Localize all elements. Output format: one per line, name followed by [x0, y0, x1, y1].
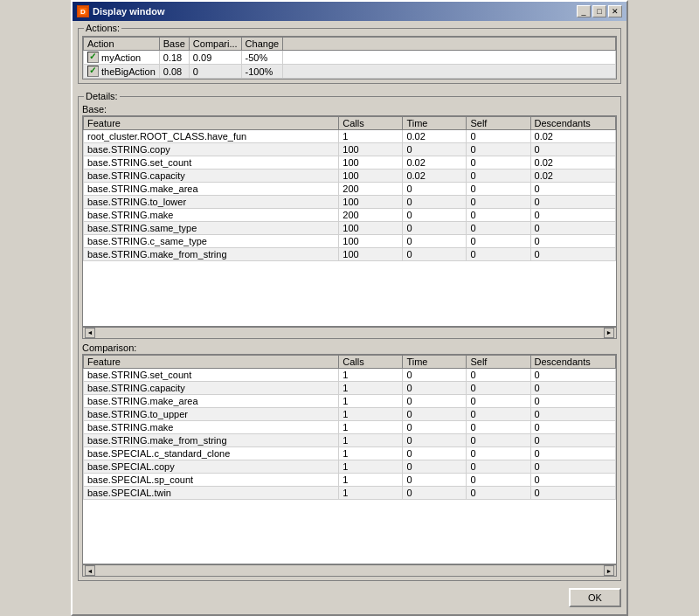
base-horizontal-scrollbar[interactable]: ◄ ► — [82, 327, 617, 339]
comp-calls-cell: 1 — [339, 433, 403, 446]
comparison-table-row[interactable]: base.STRING.make 1 0 0 0 — [84, 420, 616, 433]
base-time-cell: 0 — [403, 183, 467, 196]
base-scroll-right[interactable]: ► — [604, 328, 614, 338]
base-table-row[interactable]: root_cluster.ROOT_CLASS.have_fun 1 0.02 … — [84, 130, 616, 143]
base-time-cell: 0 — [403, 222, 467, 235]
comparison-table-row[interactable]: base.SPECIAL.copy 1 0 0 0 — [84, 460, 616, 473]
comp-scroll-right[interactable]: ► — [604, 565, 614, 576]
window-controls: _ □ ✕ — [577, 5, 622, 17]
actions-row[interactable]: ✓ myAction 0.18 0.09 -50% — [84, 51, 616, 65]
comp-col-descendants: Descendants — [530, 355, 615, 368]
base-descendants-cell: 0 — [530, 209, 615, 222]
base-table-row[interactable]: base.STRING.capacity 100 0.02 0 0.02 — [84, 170, 616, 183]
actions-row[interactable]: ✓ theBigAction 0.08 0 -100% — [84, 65, 616, 79]
comp-descendants-cell: 0 — [530, 460, 615, 473]
comp-descendants-cell: 0 — [530, 486, 615, 499]
base-calls-cell: 100 — [339, 222, 403, 235]
base-calls-cell: 100 — [339, 170, 403, 183]
base-feature-cell: base.STRING.make_from_string — [84, 248, 339, 261]
comp-feature-cell: base.SPECIAL.copy — [84, 460, 339, 473]
spacer1 — [78, 87, 621, 93]
comp-time-cell: 0 — [403, 473, 467, 486]
base-scroll-left[interactable]: ◄ — [85, 328, 95, 338]
comp-self-cell: 0 — [467, 407, 530, 420]
comparison-table-scroll[interactable]: Feature Calls Time Self Descendants base… — [82, 354, 617, 565]
base-calls-cell: 100 — [339, 196, 403, 209]
comp-time-cell: 0 — [403, 486, 467, 499]
base-table-scroll[interactable]: Feature Calls Time Self Descendants root… — [82, 115, 617, 327]
window-title: Display window — [93, 6, 165, 17]
ok-button[interactable]: OK — [569, 588, 621, 607]
comp-col-feature: Feature — [84, 355, 339, 368]
base-time-cell: 0 — [403, 209, 467, 222]
comp-calls-cell: 1 — [339, 394, 403, 407]
base-feature-cell: base.STRING.capacity — [84, 170, 339, 183]
action-comparison-cell: 0 — [189, 65, 241, 79]
base-descendants-cell: 0 — [530, 183, 615, 196]
details-group-label: Details: — [84, 91, 120, 101]
base-table-row[interactable]: base.STRING.make 200 0 0 0 — [84, 209, 616, 222]
comp-col-self: Self — [467, 355, 530, 368]
base-time-cell: 0.02 — [403, 156, 467, 170]
base-self-cell: 0 — [467, 196, 530, 209]
comp-descendants-cell: 0 — [530, 446, 615, 460]
base-self-cell: 0 — [467, 222, 530, 235]
base-time-cell: 0 — [403, 248, 467, 261]
action-change-cell: -50% — [241, 51, 283, 65]
comparison-table-row[interactable]: base.STRING.to_upper 1 0 0 0 — [84, 407, 616, 420]
comp-self-cell: 0 — [467, 394, 530, 407]
action-name-cell: ✓ myAction — [84, 51, 160, 65]
comparison-table-row[interactable]: base.STRING.set_count 1 0 0 0 — [84, 368, 616, 381]
title-bar-left: D Display window — [77, 5, 165, 17]
base-descendants-cell: 0 — [530, 235, 615, 248]
comp-calls-cell: 1 — [339, 381, 403, 394]
comparison-horizontal-scrollbar[interactable]: ◄ ► — [82, 564, 617, 577]
details-group: Details: Base: Feature Calls Time Self D… — [78, 96, 621, 581]
base-table-row[interactable]: base.STRING.to_lower 100 0 0 0 — [84, 196, 616, 209]
base-feature-cell: base.STRING.to_lower — [84, 196, 339, 209]
window-content: Actions: Action Base Compari... Change — [73, 21, 626, 614]
comparison-table-row[interactable]: base.SPECIAL.c_standard_clone 1 0 0 0 — [84, 446, 616, 460]
comp-calls-cell: 1 — [339, 420, 403, 433]
comp-col-calls: Calls — [339, 355, 403, 368]
comparison-table-row[interactable]: base.STRING.make_from_string 1 0 0 0 — [84, 433, 616, 446]
actions-table: Action Base Compari... Change ✓ myAct — [83, 37, 616, 79]
comp-time-cell: 0 — [403, 460, 467, 473]
comparison-table-row[interactable]: base.STRING.make_area 1 0 0 0 — [84, 394, 616, 407]
base-table-row[interactable]: base.STRING.make_from_string 100 0 0 0 — [84, 248, 616, 261]
base-table-row[interactable]: base.STRING.make_area 200 0 0 0 — [84, 183, 616, 196]
base-calls-cell: 200 — [339, 183, 403, 196]
comp-self-cell: 0 — [467, 433, 530, 446]
base-table-row[interactable]: base.STRING.same_type 100 0 0 0 — [84, 222, 616, 235]
base-self-cell: 0 — [467, 156, 530, 170]
base-table-row[interactable]: base.STRING.set_count 100 0.02 0 0.02 — [84, 156, 616, 170]
base-col-self: Self — [467, 117, 530, 130]
base-feature-cell: base.STRING.set_count — [84, 156, 339, 170]
actions-group-label: Actions: — [84, 23, 121, 33]
close-button[interactable]: ✕ — [608, 5, 622, 17]
comp-descendants-cell: 0 — [530, 420, 615, 433]
action-name-cell: ✓ theBigAction — [84, 65, 160, 79]
comp-feature-cell: base.STRING.make_area — [84, 394, 339, 407]
comp-self-cell: 0 — [467, 368, 530, 381]
minimize-button[interactable]: _ — [577, 5, 591, 17]
comparison-label: Comparison: — [82, 343, 617, 353]
base-table-row[interactable]: base.STRING.copy 100 0 0 0 — [84, 143, 616, 156]
comparison-table-row[interactable]: base.STRING.capacity 1 0 0 0 — [84, 381, 616, 394]
base-self-cell: 0 — [467, 248, 530, 261]
base-table-row[interactable]: base.STRING.c_same_type 100 0 0 0 — [84, 235, 616, 248]
comp-calls-cell: 1 — [339, 486, 403, 499]
comp-calls-cell: 1 — [339, 368, 403, 381]
base-descendants-cell: 0 — [530, 222, 615, 235]
base-time-cell: 0.02 — [403, 170, 467, 183]
actions-col-base: Base — [159, 38, 189, 51]
comp-feature-cell: base.STRING.set_count — [84, 368, 339, 381]
comparison-table-row[interactable]: base.SPECIAL.sp_count 1 0 0 0 — [84, 473, 616, 486]
maximize-button[interactable]: □ — [592, 5, 606, 17]
actions-col-comparison: Compari... — [189, 38, 241, 51]
comp-self-cell: 0 — [467, 420, 530, 433]
comp-self-cell: 0 — [467, 446, 530, 460]
comp-self-cell: 0 — [467, 460, 530, 473]
comparison-table-row[interactable]: base.SPECIAL.twin 1 0 0 0 — [84, 486, 616, 499]
comp-scroll-left[interactable]: ◄ — [85, 565, 95, 576]
